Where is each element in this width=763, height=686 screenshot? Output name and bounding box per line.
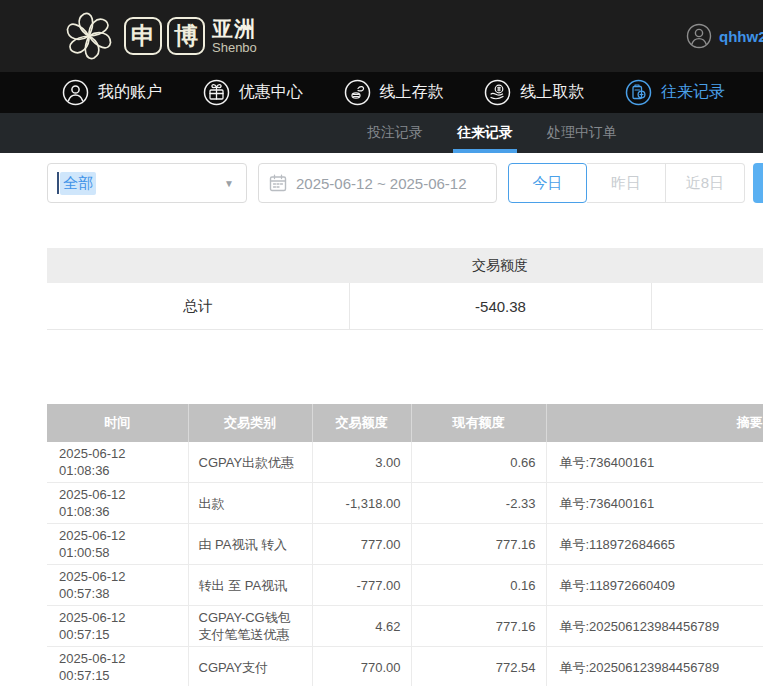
filter-row: 全部 ▼ 2025-06-12 ~ 2025-06-12 今日 昨日 近8日 xyxy=(47,163,745,203)
cell-time: 2025-06-12 01:00:58 xyxy=(47,524,188,565)
nav-item-promotions[interactable]: 优惠中心 xyxy=(203,79,303,106)
summary-total-label: 总计 xyxy=(47,283,349,329)
cell-amount: 4.62 xyxy=(312,606,411,647)
cell-amount: 777.00 xyxy=(312,524,411,565)
cell-balance: 0.66 xyxy=(411,442,546,483)
transactions-table: 时间 交易类别 交易额度 现有额度 摘要 2025-06-12 01:08:36… xyxy=(47,404,763,686)
main-nav: 我的账户 优惠中心 线上存款 线上取款 往来 xyxy=(0,72,763,113)
cell-type: CGPAY出款优惠 xyxy=(188,442,312,483)
tab-transaction-records[interactable]: 往来记录 xyxy=(455,113,515,153)
user-account[interactable]: qhhw2 xyxy=(686,0,763,72)
tab-betting-records[interactable]: 投注记录 xyxy=(365,113,425,153)
gift-icon xyxy=(203,79,230,106)
cell-summary: 单号:202506123984456789 xyxy=(546,647,763,686)
cell-time: 2025-06-12 00:57:15 xyxy=(47,606,188,647)
today-button[interactable]: 今日 xyxy=(508,163,587,203)
withdraw-hand-coin-icon xyxy=(484,79,511,106)
cell-type: 由 PA视讯 转入 xyxy=(188,524,312,565)
table-row: 2025-06-12 01:08:36 出款 -1,318.00 -2.33 单… xyxy=(47,483,763,524)
col-header-type: 交易类别 xyxy=(188,404,312,442)
col-header-summary: 摘要 xyxy=(546,404,763,442)
deposit-hand-coins-icon xyxy=(344,79,371,106)
cell-time: 2025-06-12 01:08:36 xyxy=(47,483,188,524)
cell-balance: 0.16 xyxy=(411,565,546,606)
nav-item-transaction-records[interactable]: 往来记录 xyxy=(625,79,725,106)
cell-summary: 单号:736400161 xyxy=(546,483,763,524)
cell-summary: 单号:736400161 xyxy=(546,442,763,483)
cell-balance: 777.16 xyxy=(411,524,546,565)
summary-header-label: 交易额度 xyxy=(349,257,651,275)
cell-time: 2025-06-12 00:57:38 xyxy=(47,565,188,606)
table-row: 2025-06-12 01:00:58 由 PA视讯 转入 777.00 777… xyxy=(47,524,763,565)
logo-region-cn: 亚洲 xyxy=(212,18,257,39)
cell-amount: 3.00 xyxy=(312,442,411,483)
summary-empty-cell xyxy=(651,283,763,329)
dropdown-selected-value: 全部 xyxy=(60,172,96,195)
transaction-record-icon xyxy=(625,79,652,106)
nav-item-my-account[interactable]: 我的账户 xyxy=(62,79,162,106)
col-header-balance: 现有额度 xyxy=(411,404,546,442)
transaction-type-dropdown[interactable]: 全部 ▼ xyxy=(47,163,247,203)
nav-item-deposit[interactable]: 线上存款 xyxy=(344,79,444,106)
top-header: 申 博 亚洲 Shenbo qhhw2 xyxy=(0,0,763,72)
table-row: 2025-06-12 00:57:15 CGPAY-CG钱包支付笔笔送优惠 4.… xyxy=(47,606,763,647)
cell-type: CGPAY支付 xyxy=(188,647,312,686)
summary-table-header: 交易额度 xyxy=(47,248,763,283)
cell-amount: 770.00 xyxy=(312,647,411,686)
summary-total-value: -540.38 xyxy=(349,283,651,329)
logo-char-shen: 申 xyxy=(124,17,162,55)
cell-type: 转出 至 PA视讯 xyxy=(188,565,312,606)
cell-type: CGPAY-CG钱包支付笔笔送优惠 xyxy=(188,606,312,647)
yesterday-button[interactable]: 昨日 xyxy=(587,163,666,203)
summary-table: 交易额度 总计 -540.38 xyxy=(47,248,763,330)
cell-balance: 777.16 xyxy=(411,606,546,647)
cell-amount: -777.00 xyxy=(312,565,411,606)
last-8-days-button[interactable]: 近8日 xyxy=(666,163,745,203)
nav-item-withdrawal[interactable]: 线上取款 xyxy=(484,79,584,106)
tab-processing-orders[interactable]: 处理中订单 xyxy=(545,113,619,153)
cell-balance: -2.33 xyxy=(411,483,546,524)
username-text: qhhw2 xyxy=(719,28,763,45)
col-header-amount: 交易额度 xyxy=(312,404,411,442)
date-range-value: 2025-06-12 ~ 2025-06-12 xyxy=(296,175,467,192)
cell-type: 出款 xyxy=(188,483,312,524)
cell-summary: 单号:118972660409 xyxy=(546,565,763,606)
table-row: 2025-06-12 00:57:38 转出 至 PA视讯 -777.00 0.… xyxy=(47,565,763,606)
cell-time: 2025-06-12 01:08:36 xyxy=(47,442,188,483)
site-logo[interactable]: 申 博 亚洲 Shenbo xyxy=(62,9,257,63)
logo-region-en: Shenbo xyxy=(212,41,257,54)
search-button-partial[interactable] xyxy=(753,163,763,203)
sub-nav: 投注记录 往来记录 处理中订单 xyxy=(0,113,763,153)
table-row: 2025-06-12 01:08:36 CGPAY出款优惠 3.00 0.66 … xyxy=(47,442,763,483)
col-header-time: 时间 xyxy=(47,404,188,442)
cell-time: 2025-06-12 00:57:15 xyxy=(47,647,188,686)
cell-summary: 单号:118972684665 xyxy=(546,524,763,565)
calendar-icon xyxy=(269,174,287,192)
avatar-icon xyxy=(686,23,712,49)
flower-logo-icon xyxy=(62,9,116,63)
chevron-down-icon: ▼ xyxy=(224,178,234,189)
date-range-input[interactable]: 2025-06-12 ~ 2025-06-12 xyxy=(258,163,497,203)
text-cursor xyxy=(57,172,59,194)
table-header-row: 时间 交易类别 交易额度 现有额度 摘要 xyxy=(47,404,763,442)
summary-total-row: 总计 -540.38 xyxy=(47,283,763,330)
cell-balance: 772.54 xyxy=(411,647,546,686)
logo-char-bo: 博 xyxy=(167,17,205,55)
cell-summary: 单号:202506123984456789 xyxy=(546,606,763,647)
cell-amount: -1,318.00 xyxy=(312,483,411,524)
table-row: 2025-06-12 00:57:15 CGPAY支付 770.00 772.5… xyxy=(47,647,763,686)
user-icon xyxy=(62,79,89,106)
quick-date-buttons: 今日 昨日 近8日 xyxy=(508,163,745,203)
